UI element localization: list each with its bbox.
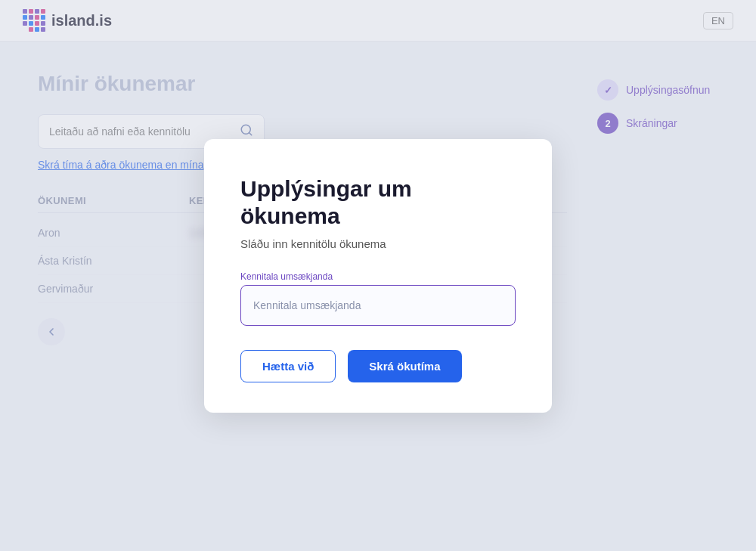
confirm-button[interactable]: Skrá ökutíma: [348, 350, 461, 382]
kennitala-input[interactable]: [240, 285, 516, 326]
modal-subtitle: Sláðu inn kennitölu ökunema: [240, 237, 516, 250]
modal-title: Upplýsingar um ökunema: [240, 175, 516, 230]
cancel-button[interactable]: Hætta við: [240, 350, 336, 382]
modal-actions: Hætta við Skrá ökutíma: [240, 350, 516, 382]
modal: Upplýsingar um ökunema Sláðu inn kennitö…: [204, 139, 552, 413]
modal-overlay: Upplýsingar um ökunema Sláðu inn kennitö…: [0, 0, 756, 551]
modal-input-label: Kennitala umsækjanda: [240, 271, 516, 282]
modal-input-wrapper: Kennitala umsækjanda: [240, 271, 516, 326]
